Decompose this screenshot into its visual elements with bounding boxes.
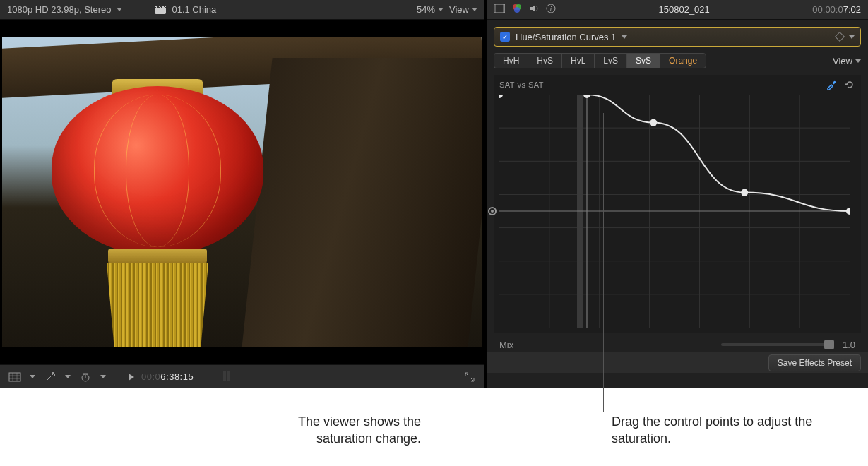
callout-viewer: The viewer shows the saturation change.	[251, 413, 421, 448]
svg-point-31	[846, 208, 850, 215]
transform-tool-icon[interactable]	[7, 371, 23, 383]
svg-text:i: i	[550, 5, 552, 13]
tab-hvl[interactable]: HvL	[561, 53, 594, 68]
viewer-canvas[interactable]	[0, 20, 484, 364]
svg-point-30	[741, 189, 748, 196]
mix-slider[interactable]	[721, 343, 834, 346]
inspector-footer: Save Effects Preset	[487, 352, 868, 373]
curve-type-tabs: HvH HvS HvL LvS SvS Orange View	[487, 51, 868, 71]
tc-dim: 00:00:0	[812, 4, 843, 15]
curve-editor: SAT vs SAT	[494, 75, 861, 333]
keyframe-icon[interactable]	[835, 32, 845, 42]
svg-rect-3	[227, 371, 230, 381]
svg-point-27	[499, 95, 503, 98]
eyedropper-icon[interactable]	[826, 79, 837, 90]
chevron-down-icon[interactable]	[849, 35, 855, 39]
svg-rect-2	[223, 371, 226, 381]
effect-name: Hue/Saturation Curves 1	[516, 32, 616, 42]
svg-rect-0	[9, 373, 20, 381]
chevron-down-icon	[472, 8, 477, 11]
callout-leader	[603, 113, 604, 412]
video-inspector-icon[interactable]	[494, 4, 505, 15]
viewer-timecode[interactable]: 00:06:38:15	[141, 371, 194, 382]
inspector-toolbar: i 150802_021 00:00:07:02	[487, 0, 868, 20]
clip-format: 1080p HD 23.98p, Stereo	[7, 4, 111, 15]
inspector-timecode: 00:00:07:02	[812, 4, 861, 15]
mix-row: Mix 1.0	[487, 333, 868, 352]
tab-hvs[interactable]: HvS	[528, 53, 561, 68]
view-menu[interactable]: View	[449, 4, 477, 15]
clip-preview-image	[2, 37, 482, 347]
chevron-down-icon[interactable]	[622, 35, 627, 39]
inspector-clip-title: 150802_021	[563, 4, 805, 15]
color-inspector-panel: i 150802_021 00:00:07:02 ✓ Hue/Saturatio…	[486, 0, 868, 388]
enhance-tool-icon[interactable]	[42, 371, 58, 383]
clip-name: 01.1 China	[172, 4, 216, 15]
chevron-down-icon[interactable]	[100, 375, 106, 378]
tab-lvs[interactable]: LvS	[594, 53, 626, 68]
chevron-down-icon[interactable]	[65, 375, 71, 378]
audio-inspector-icon[interactable]	[529, 4, 539, 16]
tab-hvh[interactable]: HvH	[494, 53, 528, 68]
svg-point-29	[650, 119, 657, 126]
save-preset-button[interactable]: Save Effects Preset	[768, 354, 861, 371]
tc-bright: 7:02	[843, 4, 861, 15]
viewer-toolbar: 1080p HD 23.98p, Stereo 01.1 China 54% V…	[0, 0, 484, 20]
effect-enable-checkbox[interactable]: ✓	[500, 32, 510, 42]
curve-grid[interactable]	[499, 95, 850, 328]
view-label: View	[449, 4, 469, 15]
format-caret-icon[interactable]	[117, 8, 122, 11]
clapper-icon	[155, 6, 166, 14]
fullscreen-icon[interactable]	[462, 371, 477, 383]
reset-icon[interactable]	[844, 79, 855, 90]
svg-point-9	[514, 7, 520, 13]
zoom-dropdown[interactable]: 54%	[417, 4, 444, 15]
tab-svs[interactable]: SvS	[626, 53, 660, 68]
timecode-value: 6:38:15	[160, 371, 194, 382]
chevron-down-icon[interactable]	[855, 59, 861, 63]
mix-label: Mix	[499, 340, 513, 350]
viewer-footer: 00:06:38:15	[0, 364, 484, 388]
inspector-view-menu[interactable]: View	[833, 56, 852, 66]
baseline-marker-icon[interactable]	[488, 207, 497, 215]
mix-value[interactable]: 1.0	[843, 340, 855, 350]
color-inspector-icon[interactable]	[512, 4, 522, 16]
retime-tool-icon[interactable]	[78, 371, 93, 383]
svg-rect-6	[503, 4, 505, 13]
zoom-value: 54%	[417, 4, 435, 15]
chevron-down-icon[interactable]	[30, 375, 35, 378]
play-button-icon[interactable]	[129, 374, 134, 381]
curve-title: SAT vs SAT	[499, 80, 544, 89]
callout-curve: Drag the control points to adjust the sa…	[612, 413, 845, 448]
tab-orange[interactable]: Orange	[660, 53, 706, 68]
callout-leader	[417, 253, 417, 412]
svg-point-28	[583, 95, 590, 98]
effect-header[interactable]: ✓ Hue/Saturation Curves 1	[494, 27, 861, 47]
audio-meter	[222, 369, 240, 384]
info-inspector-icon[interactable]: i	[546, 4, 556, 16]
chevron-down-icon	[438, 8, 444, 11]
timecode-prefix: 00:0	[141, 371, 160, 382]
viewer-panel: 1080p HD 23.98p, Stereo 01.1 China 54% V…	[0, 0, 486, 388]
svg-rect-5	[494, 4, 496, 13]
